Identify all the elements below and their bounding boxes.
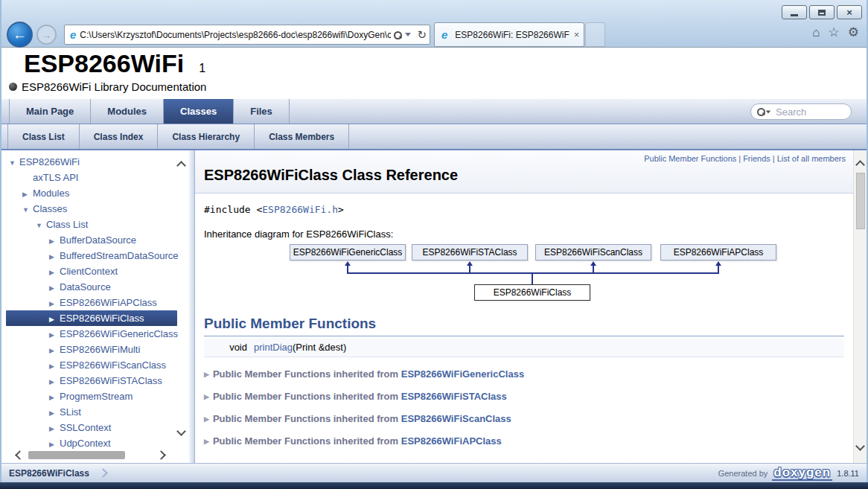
sidebar-item-slist[interactable]: ▶SList <box>6 404 177 420</box>
tab-classes[interactable]: Classes <box>164 99 234 124</box>
scrollbar-thumb[interactable] <box>28 451 125 459</box>
diagram-line <box>532 274 533 284</box>
doxygen-logo[interactable]: doxygen <box>772 466 832 481</box>
chevron-collapsed-icon[interactable]: ▶ <box>49 234 60 249</box>
horizontal-scrollbar[interactable] <box>1 450 179 461</box>
tab-class-list[interactable]: Class List <box>7 124 80 149</box>
chevron-expanded-icon[interactable]: ▼ <box>36 218 46 234</box>
inherited-class-link[interactable]: ESP8266WiFiGenericClass <box>401 368 524 380</box>
sidebar-item-esp8266wifistaclass[interactable]: ▶ESP8266WiFiSTAClass <box>6 373 177 389</box>
summary-link-friends[interactable]: Friends <box>743 154 770 163</box>
sidebar-item-progmemstream[interactable]: ▶ProgmemStream <box>6 389 177 404</box>
chevron-collapsed-icon[interactable]: ▶ <box>49 374 60 390</box>
sidebar-item-datasource[interactable]: ▶DataSource <box>6 279 177 295</box>
sidebar-item-sslcontext[interactable]: ▶SSLContext <box>6 420 177 435</box>
inherited-section-apclass[interactable]: ▶Public Member Functions inherited from … <box>204 432 844 447</box>
search-icon[interactable] <box>394 31 401 39</box>
sidebar-item-label: DataSource <box>60 281 111 293</box>
tab-main-page[interactable]: Main Page <box>9 99 91 124</box>
summary-links: Public Member Functions|Friends|List of … <box>204 154 846 163</box>
home-icon[interactable]: ⌂ <box>812 26 820 39</box>
forward-button[interactable]: → <box>36 25 57 45</box>
scrollbar-thumb[interactable] <box>856 173 865 229</box>
chevron-down-icon[interactable] <box>766 110 770 113</box>
main-tabs: Main Page Modules Classes Files <box>1 99 867 124</box>
search-box[interactable] <box>750 103 852 120</box>
chevron-collapsed-icon[interactable]: ▶ <box>49 421 60 437</box>
tab-close-icon[interactable]: × <box>574 30 579 40</box>
vertical-scrollbar[interactable] <box>853 150 867 463</box>
summary-link-all-members[interactable]: List of all members <box>777 154 846 163</box>
url-text[interactable]: C:\Users\Krzysztof\Documents\Projects\es… <box>80 30 391 40</box>
chevron-collapsed-icon[interactable]: ▶ <box>49 327 60 343</box>
close-button[interactable]: × <box>837 5 862 19</box>
inherited-section-staclass[interactable]: ▶Public Member Functions inherited from … <box>204 387 844 402</box>
sidebar-item-bufferdatasource[interactable]: ▶BufferDataSource <box>6 232 177 248</box>
sidebar-item-class-list[interactable]: ▼Class List <box>6 217 177 232</box>
chevron-collapsed-icon[interactable]: ▶ <box>49 281 60 296</box>
sidebar-item-label: ESP8266WiFiGenericClass <box>60 328 178 339</box>
sidebar-item-esp8266wifi[interactable]: ▼ESP8266WiFi <box>6 154 177 170</box>
scroll-right-icon[interactable] <box>156 450 166 460</box>
diagram-box-apclass[interactable]: ESP8266WiFiAPClass <box>660 244 776 261</box>
diagram-box-scanclass[interactable]: ESP8266WiFiScanClass <box>535 244 651 261</box>
scroll-up-icon[interactable] <box>855 160 865 170</box>
address-bar[interactable]: e C:\Users\Krzysztof\Documents\Projects\… <box>64 25 430 45</box>
tab-class-members[interactable]: Class Members <box>255 124 349 149</box>
sidebar-item-axtls-api[interactable]: axTLS API <box>6 170 177 185</box>
chevron-collapsed-icon[interactable]: ▶ <box>49 312 60 327</box>
chevron-collapsed-icon[interactable]: ▶ <box>49 359 60 374</box>
sidebar-item-classes[interactable]: ▼Classes <box>6 201 177 217</box>
search-input[interactable] <box>776 106 843 118</box>
back-button[interactable]: ← <box>7 22 33 48</box>
diagram-box-staclass[interactable]: ESP8266WiFiSTAClass <box>412 244 528 261</box>
chevron-expanded-icon[interactable]: ▼ <box>22 202 33 218</box>
tab-files[interactable]: Files <box>234 99 290 124</box>
sidebar-item-esp8266wifigenericclass[interactable]: ▶ESP8266WiFiGenericClass <box>6 326 177 342</box>
summary-link-public-members[interactable]: Public Member Functions <box>644 154 736 163</box>
settings-gear-icon[interactable]: ⚙ <box>848 26 859 39</box>
favorites-star-icon[interactable]: ☆ <box>829 26 840 39</box>
inherited-class-link[interactable]: ESP8266WiFiSTAClass <box>401 391 507 402</box>
diagram-box-genericclass[interactable]: ESP8266WiFiGenericClass <box>290 244 406 261</box>
sidebar-item-udpcontext[interactable]: ▶UdpContext <box>6 435 177 451</box>
chevron-collapsed-icon[interactable]: ▶ <box>22 187 33 202</box>
sidebar-item-modules[interactable]: ▶Modules <box>6 185 177 201</box>
chevron-collapsed-icon: ▶ <box>204 393 209 400</box>
scroll-left-icon[interactable] <box>15 450 25 460</box>
sidebar-item-esp8266wificlass[interactable]: ▶ESP8266WiFiClass <box>6 310 177 326</box>
chevron-collapsed-icon[interactable]: ▶ <box>49 296 60 312</box>
tab-class-index[interactable]: Class Index <box>80 124 159 149</box>
chevron-collapsed-icon[interactable]: ▶ <box>49 265 60 281</box>
tab-modules[interactable]: Modules <box>91 99 164 124</box>
chevron-collapsed-icon[interactable]: ▶ <box>49 390 60 406</box>
breadcrumb-item[interactable]: ESP8266WiFiClass <box>9 468 89 479</box>
include-file-link[interactable]: ESP8266WiFi.h <box>262 204 338 215</box>
sidebar-item-clientcontext[interactable]: ▶ClientContext <box>6 263 177 279</box>
sidebar-item-esp8266wifiapclass[interactable]: ▶ESP8266WiFiAPClass <box>6 295 177 310</box>
inherited-section-genericclass[interactable]: ▶Public Member Functions inherited from … <box>204 365 844 380</box>
restore-button[interactable] <box>809 5 835 19</box>
new-tab-button[interactable] <box>585 22 605 47</box>
chevron-collapsed-icon[interactable]: ▶ <box>49 249 60 265</box>
restore-icon <box>818 10 826 16</box>
scroll-down-icon[interactable] <box>855 441 865 451</box>
inherited-class-link[interactable]: ESP8266WiFiAPClass <box>401 435 502 447</box>
sidebar-item-label: axTLS API <box>33 172 78 183</box>
chevron-collapsed-icon[interactable]: ▶ <box>49 343 60 359</box>
chevron-collapsed-icon[interactable]: ▶ <box>49 406 60 421</box>
sidebar-item-bufferedstreamdatasource[interactable]: ▶BufferedStreamDataSource <box>6 248 177 263</box>
sidebar-item-esp8266wifimulti[interactable]: ▶ESP8266WiFiMulti <box>6 342 177 357</box>
inherited-class-link[interactable]: ESP8266WiFiScanClass <box>401 413 511 424</box>
minimize-button[interactable] <box>782 5 807 19</box>
member-name-link[interactable]: printDiag <box>254 342 293 353</box>
chevron-down-icon[interactable] <box>405 33 411 36</box>
sidebar-splitter[interactable] <box>189 150 195 463</box>
chevron-expanded-icon[interactable]: ▼ <box>9 156 19 171</box>
ie-favicon: e <box>441 28 447 41</box>
inherited-section-scanclass[interactable]: ▶Public Member Functions inherited from … <box>204 409 844 424</box>
sidebar-item-esp8266wifiscanclass[interactable]: ▶ESP8266WiFiScanClass <box>6 357 177 373</box>
browser-tab[interactable]: e ESP8266WiFi: ESP8266WiFi... × <box>434 22 584 47</box>
refresh-icon[interactable]: ↻ <box>417 29 427 40</box>
tab-class-hierarchy[interactable]: Class Hierarchy <box>158 124 255 149</box>
